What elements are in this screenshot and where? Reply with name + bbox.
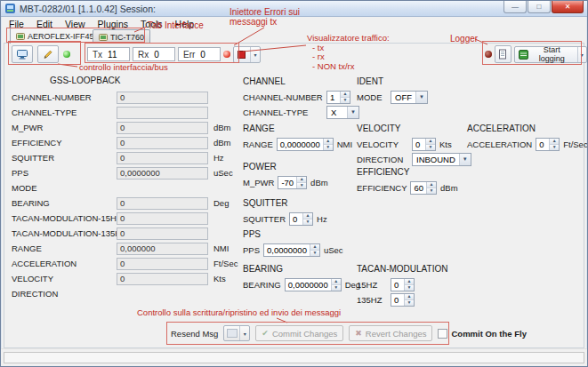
resend-msg-button[interactable]: ▾ [223,325,250,341]
velocity-spinner[interactable]: 0▲▼ [412,138,436,151]
gss-cell: 0 [117,227,208,240]
minimize-button[interactable]: — [503,1,527,13]
pencil-icon [43,49,53,60]
combo-value: INBOUND [413,154,459,165]
gss-cell: 0,000000 [117,243,208,255]
status-bar [1,348,587,366]
spinner-down-icon[interactable]: ▼ [405,300,414,306]
group-title: VELOCITY [357,124,471,133]
window-title: MBT-0282/01 [1.1.0.42] Session: [20,4,156,14]
bearing-readonly-field: 0 [117,197,208,210]
group-title: EFFICIENCY [357,167,458,177]
channel-type-combo[interactable]: X▼ [326,106,359,119]
spinner-buttons: ▲▼ [331,279,341,291]
spinner-value: 0 [391,294,404,306]
bearing-spinner[interactable]: 0,0000000▲▼ [285,278,342,291]
group-title: TACAN-MODULATION [357,264,447,274]
spinner-down-icon[interactable]: ▼ [426,145,435,150]
dropdown-arrow-icon[interactable]: ▾ [577,47,586,62]
spinner-down-icon[interactable]: ▼ [332,285,341,291]
group-title: IDENT [357,76,428,86]
commit-on-the-fly-checkbox[interactable]: Commit On the Fly [438,329,526,339]
pps-readonly-field: 0,0000000 [117,167,208,180]
m-pwr-spinner[interactable]: -70▲▼ [278,176,307,189]
135hz-spinner[interactable]: 0▲▼ [391,293,415,307]
field-label: PPS [12,168,114,178]
combo-value: X [327,107,347,118]
rx-counter[interactable]: Rx 0 [133,47,175,61]
group-title: SQUITTER [243,198,327,208]
interface-connect-button[interactable] [12,45,33,63]
window-controls: — □ ✕ [503,1,584,13]
15hz-spinner[interactable]: 0▲▼ [391,278,415,291]
squitter-group: SQUITTERSQUITTER0▲▼Hz [243,198,327,227]
error-injector-button[interactable]: ▾ [233,46,261,63]
direction-combo[interactable]: INBOUND▼ [412,153,471,166]
message-icon [227,329,238,338]
spinner-value: 0 [290,213,302,225]
commit-changes-button[interactable]: ✔ Commit Changes [255,325,343,341]
edit-bus-button[interactable] [37,45,59,63]
spinner-down-icon[interactable]: ▼ [427,188,436,194]
acceleration-spinner[interactable]: 0▲▼ [536,138,560,151]
tx-counter[interactable]: Tx 11 [87,47,130,61]
gss-row: PPS0,0000000uSec [12,165,241,180]
group-title: ACCELERATION [467,124,588,133]
bus-status-led [63,51,70,58]
unit-label: dBm [211,138,241,148]
commit-on-the-fly-label: Commit On the Fly [451,329,526,339]
spinner-value: 0 [536,139,549,150]
spinner-down-icon[interactable]: ▼ [303,219,312,225]
spinner-down-icon[interactable]: ▼ [310,251,319,256]
tab-tic-t760[interactable]: TIC-T760 [93,29,150,44]
spinner-down-icon[interactable]: ▼ [550,145,559,150]
dropdown-arrow-icon[interactable]: ▾ [250,47,260,62]
spinner-down-icon[interactable]: ▼ [324,145,333,150]
menu-item-tools[interactable]: Tools [134,18,169,30]
spinner-down-icon[interactable]: ▼ [297,183,306,188]
spinner-down-icon[interactable]: ▼ [405,285,414,291]
spinner-value: 0 [413,139,425,150]
revert-changes-button[interactable]: ✖ Revert Changes [349,325,432,341]
tacan-modulation-15hz-readonly-field: 0 [117,212,208,225]
channel-number-spinner[interactable]: 1▲▼ [326,91,350,104]
maximize-button[interactable]: □ [528,1,551,13]
range-spinner[interactable]: 0,0000000▲▼ [277,138,334,151]
dropdown-arrow-icon[interactable]: ▾ [239,326,249,340]
field-label: ACCELERATION [467,140,532,149]
efficiency-spinner[interactable]: 60▲▼ [410,181,437,195]
spinner-down-icon[interactable]: ▼ [341,98,350,103]
field-label: BEARING [243,280,281,290]
group-title: GSS-LOOPBACK [50,76,241,85]
bearing-group: BEARINGBEARING0,0000000▲▼Deg [243,264,360,292]
gss-cell [117,107,208,119]
field-label: CHANNEL-NUMBER [12,92,114,102]
velocity-readonly-field: 0 [117,273,208,285]
gss-cell: 0 [117,152,208,164]
err-value: 0 [200,50,205,60]
field-label: MODE [357,92,387,102]
gss-row: CHANNEL-NUMBER0 [12,90,241,105]
resend-msg-label: Resend Msg [171,329,218,339]
tab-label: TIC-T760 [110,33,144,42]
close-button[interactable]: ✕ [552,1,584,13]
start-logging-button[interactable]: Start logging ▾ [514,46,587,63]
err-counter[interactable]: Err 0 [178,47,221,61]
gss-rows: CHANNEL-NUMBER0CHANNEL-TYPEM_PWR0dBmEFFI… [12,90,241,301]
pps-spinner[interactable]: 0,0000000▲▼ [263,243,320,257]
mode-combo[interactable]: OFF▼ [391,91,428,104]
checkbox-icon[interactable] [438,329,447,339]
app-icon [4,3,16,14]
bus-control-toolbar [12,44,70,64]
menu-item-help[interactable]: Help [169,18,201,30]
spinner-buttons: ▲▼ [323,139,333,150]
spinner-value: 0 [391,279,404,291]
gss-row: MODE [12,180,241,195]
unit-label: dBm [310,178,328,187]
field-row: VELOCITY0▲▼Kts [357,137,471,151]
gss-row: TACAN-MODULATION-135HZ0 [12,226,241,241]
squitter-spinner[interactable]: 0▲▼ [289,212,313,226]
gss-cell: 0 [117,197,208,210]
log-file-button[interactable] [495,45,511,63]
spinner-buttons: ▲▼ [425,139,435,150]
